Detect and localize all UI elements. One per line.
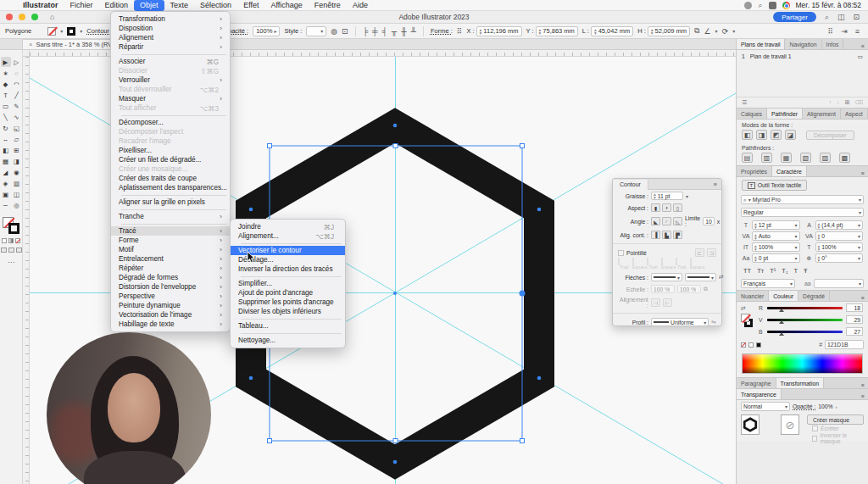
panel-tab[interactable]: Dégradé bbox=[798, 291, 830, 301]
join-miter-icon[interactable]: ◣ bbox=[651, 217, 660, 225]
panel-tab[interactable]: Caractère bbox=[772, 166, 807, 176]
character-field[interactable]: IT ▴▾100%▾ bbox=[742, 242, 800, 252]
align-bottom-icon[interactable]: ╨ bbox=[411, 27, 416, 36]
free-transform-tool-icon[interactable]: ▱ bbox=[12, 134, 22, 144]
draw-behind-icon[interactable] bbox=[8, 248, 14, 253]
character-field[interactable]: VA ▴▾0▾ bbox=[805, 231, 864, 241]
menu-item[interactable]: Aplatissement des transparences... bbox=[111, 183, 230, 192]
shear-icon[interactable]: ∠ bbox=[704, 27, 711, 36]
crop-icon[interactable]: ▧ bbox=[800, 153, 811, 163]
align-left-icon[interactable]: ╞ bbox=[363, 27, 368, 36]
document-setup-icon[interactable]: ◍ bbox=[331, 27, 337, 36]
menu-item[interactable]: Habillage de texte › bbox=[111, 320, 230, 329]
align-center-icon[interactable]: ╪ bbox=[372, 27, 377, 36]
menu-item[interactable]: Peinture dynamique › bbox=[111, 301, 230, 310]
type-case-button[interactable]: T₁ bbox=[782, 267, 787, 275]
menu-item[interactable]: Masquer › bbox=[111, 94, 230, 103]
menubar-item[interactable]: Aide bbox=[347, 0, 374, 11]
panel-tab[interactable]: Navigation bbox=[785, 39, 821, 49]
transform-field[interactable]: X : ▴▾112,196 mm bbox=[466, 26, 521, 36]
panel-tab[interactable]: Alignement bbox=[803, 108, 841, 119]
character-field[interactable]: ⊕ ▴▾0°▾ bbox=[805, 253, 864, 263]
menubar-item[interactable]: Texte bbox=[164, 0, 195, 11]
language-field[interactable]: Français ▾ bbox=[741, 279, 795, 288]
color-swatch-icon[interactable] bbox=[2, 238, 7, 243]
swap-fill-stroke-icon[interactable]: ⇄ bbox=[741, 305, 754, 312]
draw-inside-icon[interactable] bbox=[16, 248, 22, 253]
paintbrush-tool-icon[interactable]: ✎ bbox=[12, 101, 22, 111]
menu-item[interactable]: Associer ⌘G bbox=[111, 57, 230, 66]
preserve-dash-icon[interactable]: ⊏ bbox=[695, 248, 704, 257]
shaper-tool-icon[interactable]: ∿ bbox=[12, 112, 22, 122]
stroke-color-swatch[interactable] bbox=[67, 27, 75, 36]
pen-tool-icon[interactable]: ◆ bbox=[1, 79, 11, 89]
trim-icon[interactable]: ▥ bbox=[761, 153, 772, 163]
align-dash-icon[interactable]: ⊐ bbox=[707, 248, 716, 257]
reorder-icon[interactable]: ☰ bbox=[742, 99, 747, 106]
panel-menu-icon[interactable]: ≡ bbox=[861, 393, 868, 399]
fill-none-mini-swatch[interactable] bbox=[741, 314, 749, 322]
panel-tab[interactable]: Paragraphe bbox=[737, 378, 776, 388]
transform-field[interactable]: L : ▴▾45,042 mm bbox=[582, 26, 633, 36]
rotate-tool-icon[interactable]: ↻ bbox=[1, 123, 11, 133]
menu-item[interactable]: Entrelacement › bbox=[111, 254, 230, 264]
blend-mode-field[interactable]: Normal ▾ bbox=[741, 402, 790, 411]
scale-end-field[interactable]: 100 % bbox=[677, 285, 701, 293]
swap-arrows-icon[interactable]: ⇄ bbox=[719, 274, 724, 281]
share-button[interactable]: Partager bbox=[773, 12, 816, 22]
panel-tab[interactable]: Couleur bbox=[769, 291, 798, 301]
panel-tab[interactable]: Pathfinder bbox=[767, 108, 803, 119]
chevron-down-icon[interactable]: ▾ bbox=[686, 193, 688, 199]
outline-icon[interactable]: ▨ bbox=[820, 153, 831, 163]
spotlight-search-icon[interactable]: ⌕ bbox=[758, 1, 762, 10]
white-mini-icon[interactable] bbox=[748, 342, 754, 348]
dash-field[interactable]: Trait bbox=[618, 259, 631, 270]
menu-item[interactable]: Décomposer... bbox=[111, 118, 230, 127]
opacity-field[interactable]: 100%▸ bbox=[253, 26, 280, 36]
panel-tab[interactable]: Transformation bbox=[776, 378, 824, 388]
minus-front-icon[interactable]: ◨ bbox=[756, 130, 767, 140]
submenu-item[interactable]: Supprimer les points d'ancrage bbox=[231, 298, 345, 307]
artboard-row[interactable]: 1 Plan de travail 1 ▭ bbox=[737, 50, 868, 63]
anti-aliasing-field[interactable]: ▾ bbox=[814, 279, 864, 288]
menu-item[interactable]: Alignement › bbox=[111, 33, 230, 42]
align-stroke-center-icon[interactable]: ▐ bbox=[651, 231, 660, 239]
submenu-item[interactable]: Inverser la direction des tracés bbox=[231, 264, 345, 274]
dash-field[interactable]: Espace bbox=[661, 259, 674, 270]
scale-start-field[interactable]: 100 % bbox=[651, 285, 675, 293]
align-right-icon[interactable]: ╡ bbox=[381, 27, 387, 36]
mask-thumbnail[interactable]: ⊘ bbox=[781, 414, 799, 435]
menubar-item[interactable]: Objet bbox=[134, 0, 164, 11]
submenu-item[interactable]: Joindre ⌘J bbox=[231, 222, 345, 231]
align-top-icon[interactable]: ╥ bbox=[392, 27, 397, 36]
panel-menu-icon[interactable]: ≡ bbox=[861, 295, 868, 301]
type-case-button[interactable]: T¹ bbox=[770, 267, 776, 275]
more-options-icon[interactable]: ⠿ bbox=[828, 27, 834, 36]
menu-item[interactable]: Répéter › bbox=[111, 264, 230, 273]
libraries-icon[interactable]: ⊡ bbox=[342, 27, 348, 36]
panel-menu-icon[interactable]: ≡ bbox=[861, 170, 868, 176]
hex-field[interactable]: 121D1B bbox=[825, 340, 864, 349]
arrow-end-field[interactable]: ▾ bbox=[685, 273, 716, 281]
menubar-item[interactable]: Illustrator bbox=[17, 0, 64, 11]
panel-tab[interactable]: Aspect bbox=[841, 108, 868, 119]
join-bevel-icon[interactable]: ◺ bbox=[673, 217, 682, 225]
expand-button[interactable]: Décomposer bbox=[806, 131, 854, 140]
perspective-grid-tool-icon[interactable]: ⊞ bbox=[12, 145, 22, 155]
artboard-tool-icon[interactable]: ▣ bbox=[1, 189, 11, 199]
menu-item[interactable]: Tout déverrouiller ⌥⌘2 bbox=[111, 85, 230, 94]
type-case-button[interactable]: TT bbox=[743, 267, 751, 275]
intersect-icon[interactable]: ◩ bbox=[771, 130, 782, 140]
lasso-tool-icon[interactable]: ◌ bbox=[12, 68, 22, 78]
unite-icon[interactable]: ◧ bbox=[742, 130, 753, 140]
line-tool-icon[interactable]: ╱ bbox=[12, 90, 22, 100]
dashed-checkbox[interactable] bbox=[618, 250, 624, 256]
fill-stroke-swatches[interactable] bbox=[3, 217, 19, 234]
panel-tab[interactable]: Calques bbox=[737, 108, 767, 119]
panel-menu-icon[interactable]: ≡ bbox=[861, 43, 868, 49]
menu-item[interactable]: Motif › bbox=[111, 245, 230, 254]
menubar-clock[interactable]: Mer. 15 févr. à 08:52 bbox=[796, 1, 862, 9]
menu-item[interactable]: Aligner sur la grille en pixels bbox=[111, 197, 230, 207]
menu-item[interactable]: Créer une mosaïque... bbox=[111, 164, 230, 174]
move-down-icon[interactable]: ↓ bbox=[837, 99, 839, 106]
